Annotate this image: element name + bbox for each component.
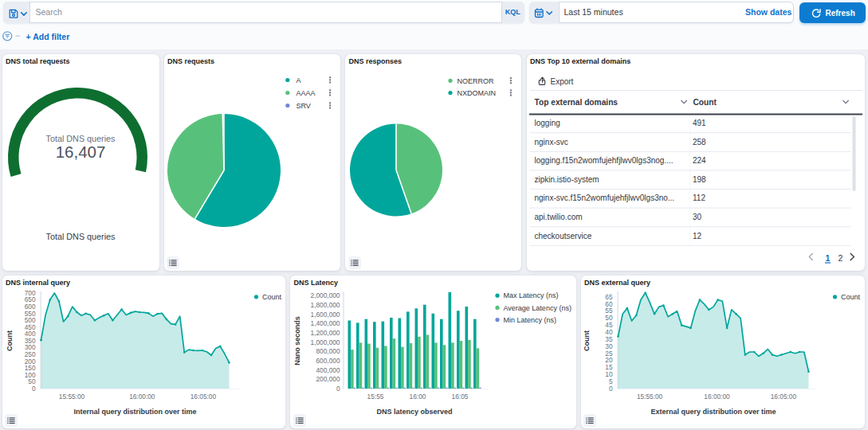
svg-text:nginx-svc.f15n2womfujehfjlwv0l: nginx-svc.f15n2womfujehfjlwv0lgs3no...	[534, 194, 674, 202]
svg-text:Export: Export	[550, 77, 573, 86]
svg-text:16:05: 16:05	[452, 393, 469, 401]
svg-text:200,000: 200,000	[316, 375, 340, 383]
svg-text:224: 224	[693, 156, 706, 165]
svg-text:16:00:00: 16:00:00	[129, 393, 155, 401]
svg-text:1,200,000: 1,200,000	[311, 329, 340, 337]
svg-text:api.twilio.com: api.twilio.com	[534, 213, 582, 221]
svg-text:30: 30	[693, 213, 702, 221]
svg-text:112: 112	[693, 194, 705, 202]
svg-text:logging.f15n2womfujehfjlwv0lgs: logging.f15n2womfujehfjlwv0lgs3nog....	[534, 156, 673, 165]
svg-text:DNS latency observed: DNS latency observed	[376, 408, 452, 416]
svg-text:Count: Count	[693, 98, 717, 107]
svg-text:1: 1	[825, 253, 830, 263]
svg-text:1,800,000: 1,800,000	[311, 301, 340, 309]
svg-text:zipkin.istio-system: zipkin.istio-system	[534, 175, 599, 184]
svg-text:SRV: SRV	[296, 102, 310, 110]
svg-text:Count: Count	[841, 293, 861, 301]
svg-text:Count: Count	[583, 330, 591, 351]
svg-text:1,000,000: 1,000,000	[311, 338, 340, 346]
svg-text:16:00:00: 16:00:00	[704, 393, 730, 401]
svg-text:12: 12	[693, 232, 702, 240]
svg-text:400,000: 400,000	[316, 366, 340, 374]
svg-text:15:55:00: 15:55:00	[636, 393, 662, 401]
svg-text:A: A	[296, 76, 300, 84]
svg-text:1,600,000: 1,600,000	[311, 311, 340, 319]
svg-text:Average Latency (ns): Average Latency (ns)	[504, 304, 571, 312]
svg-text:15:55: 15:55	[367, 393, 384, 401]
svg-text:600,000: 600,000	[316, 357, 340, 365]
svg-text:logging: logging	[534, 119, 560, 127]
svg-text:15:55:00: 15:55:00	[58, 393, 84, 401]
svg-text:16:00: 16:00	[410, 393, 426, 401]
svg-text:2,000,000: 2,000,000	[311, 291, 340, 299]
svg-text:0: 0	[31, 385, 35, 393]
svg-text:Min Latency (ns): Min Latency (ns)	[504, 316, 557, 324]
svg-text:491: 491	[693, 119, 706, 127]
svg-text:Refresh: Refresh	[825, 9, 854, 18]
svg-text:Internal query distribution ov: Internal query distribution over time	[73, 408, 196, 416]
svg-text:1,400,000: 1,400,000	[311, 319, 340, 327]
svg-text:NOERROR: NOERROR	[458, 77, 495, 85]
svg-text:0: 0	[336, 385, 340, 393]
svg-text:Nano seconds: Nano seconds	[293, 316, 301, 366]
svg-text:198: 198	[693, 175, 706, 184]
svg-text:NXDOMAIN: NXDOMAIN	[458, 89, 497, 97]
svg-text:16:05:00: 16:05:00	[770, 393, 796, 401]
svg-text:Top external domains: Top external domains	[534, 98, 618, 107]
svg-text:nginx-svc: nginx-svc	[534, 138, 568, 147]
svg-text:checkoutservice: checkoutservice	[534, 232, 591, 240]
svg-text:Count: Count	[5, 330, 13, 351]
svg-text:16:05:00: 16:05:00	[190, 393, 216, 401]
svg-text:258: 258	[693, 138, 706, 147]
svg-text:AAAA: AAAA	[296, 89, 315, 97]
svg-text:2: 2	[838, 253, 842, 263]
svg-text:800,000: 800,000	[316, 347, 340, 355]
svg-text:Count: Count	[262, 293, 282, 301]
svg-text:Max Latency (ns): Max Latency (ns)	[504, 291, 559, 299]
svg-text:External query distribution ov: External query distribution over time	[650, 408, 776, 416]
svg-text:0: 0	[608, 385, 612, 393]
